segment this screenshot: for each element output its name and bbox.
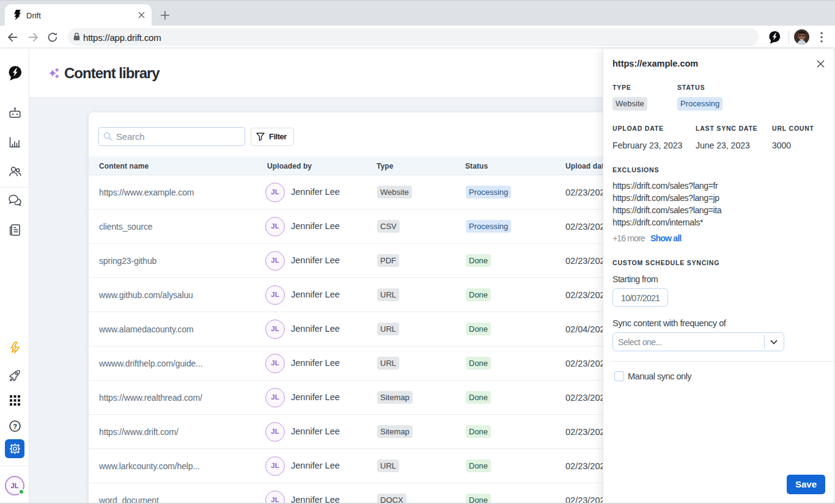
svg-text:?: ?	[13, 423, 17, 430]
